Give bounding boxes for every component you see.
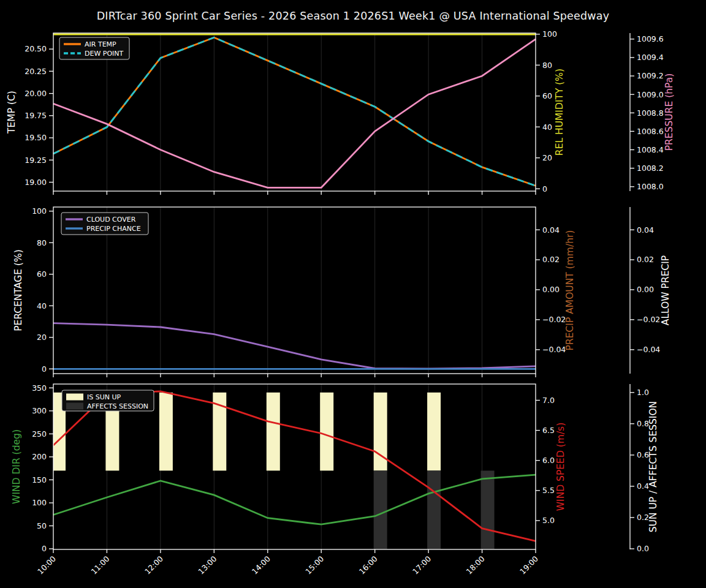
x-tick-label: 13:00 <box>196 554 218 576</box>
svg-text:150: 150 <box>32 475 47 484</box>
svg-text:1008.0: 1008.0 <box>637 182 664 191</box>
left-axis-label: WIND DIR (deg) <box>11 429 22 504</box>
x-tick-label: 17:00 <box>411 554 433 576</box>
right-axis1-label: WIND SPEED (m/s) <box>555 423 566 511</box>
left-axis-label: TEMP (C) <box>6 91 17 134</box>
svg-text:20: 20 <box>542 153 552 162</box>
x-tick-label: 19:00 <box>518 554 540 576</box>
svg-text:19.00: 19.00 <box>25 178 47 187</box>
svg-text:0.6: 0.6 <box>637 450 649 459</box>
x-tick-label: 11:00 <box>89 554 111 576</box>
svg-text:DEW POINT: DEW POINT <box>85 50 124 58</box>
svg-text:0.02: 0.02 <box>542 255 560 264</box>
svg-text:0.04: 0.04 <box>542 225 560 235</box>
svg-text:CLOUD COVER: CLOUD COVER <box>86 216 136 224</box>
weather-forecast-figure: DIRTcar 360 Sprint Car Series - 2026 Sea… <box>0 0 706 588</box>
svg-text:IS SUN UP: IS SUN UP <box>87 393 121 401</box>
pressure-line <box>53 39 536 187</box>
svg-text:1009.0: 1009.0 <box>637 90 664 99</box>
legend: AIR TEMPDEW POINT <box>59 37 129 59</box>
svg-text:0.2: 0.2 <box>637 513 649 522</box>
svg-text:0.8: 0.8 <box>637 419 649 428</box>
svg-text:80: 80 <box>37 238 47 247</box>
x-tick-label: 18:00 <box>465 554 487 576</box>
temperature-humidity-pressure-chart: 19.0019.2519.5019.7520.0020.2520.5002040… <box>6 29 675 195</box>
svg-text:PRECIP CHANCE: PRECIP CHANCE <box>86 225 141 233</box>
svg-text:0.02: 0.02 <box>637 255 654 264</box>
x-tick-label: 12:00 <box>143 554 165 576</box>
svg-text:20: 20 <box>37 333 47 342</box>
affects-session-bar <box>427 470 441 549</box>
svg-text:0: 0 <box>42 544 47 553</box>
svg-text:19.50: 19.50 <box>25 133 47 142</box>
svg-text:AIR TEMP: AIR TEMP <box>85 40 116 48</box>
svg-text:50: 50 <box>37 521 47 530</box>
x-tick-label: 14:00 <box>250 554 272 576</box>
x-tick-label: 16:00 <box>357 554 379 576</box>
svg-text:−0.04: −0.04 <box>637 345 660 354</box>
svg-text:0.00: 0.00 <box>542 285 560 294</box>
right-axis2-label: ALLOW PRECIP <box>660 255 671 325</box>
svg-text:60: 60 <box>542 91 552 100</box>
svg-text:250: 250 <box>32 429 47 439</box>
dew-point-line <box>53 37 536 186</box>
is-sun-up-bar <box>427 393 441 471</box>
svg-text:100: 100 <box>32 498 47 507</box>
svg-text:350: 350 <box>32 383 47 393</box>
right-axis2-label: SUN UP / AFFECTS SESSION <box>648 401 659 532</box>
svg-text:5.0: 5.0 <box>542 516 555 525</box>
right-axis1-label: REL HUMIDITY (%) <box>554 69 565 156</box>
svg-text:1008.4: 1008.4 <box>637 145 664 154</box>
svg-text:100: 100 <box>542 29 557 39</box>
is-sun-up-bar <box>320 393 333 471</box>
right-axis1-label: PRECIP AMOUNT (mm/hr) <box>564 230 575 351</box>
affects-session-bar <box>374 470 387 549</box>
wind-dir-line <box>53 475 536 524</box>
svg-text:0.0: 0.0 <box>637 544 649 553</box>
svg-text:0.00: 0.00 <box>637 285 654 294</box>
svg-text:−0.02: −0.02 <box>637 315 660 324</box>
svg-text:200: 200 <box>32 452 47 461</box>
svg-text:1008.6: 1008.6 <box>637 127 664 136</box>
svg-text:20.00: 20.00 <box>25 89 47 98</box>
svg-text:80: 80 <box>542 61 552 70</box>
svg-text:1009.4: 1009.4 <box>637 53 664 62</box>
svg-text:−0.04: −0.04 <box>542 345 566 354</box>
svg-text:1009.6: 1009.6 <box>637 34 664 43</box>
forecast-charts-canvas: 19.0019.2519.5019.7520.0020.2520.5002040… <box>0 0 706 588</box>
svg-text:0: 0 <box>542 184 547 194</box>
legend: IS SUN UPAFFECTS SESSION <box>62 390 154 411</box>
svg-text:19.75: 19.75 <box>25 111 47 120</box>
air-temp-line <box>53 37 536 186</box>
svg-text:20.25: 20.25 <box>25 67 47 76</box>
svg-text:1008.2: 1008.2 <box>637 164 664 173</box>
svg-text:1.0: 1.0 <box>637 388 649 397</box>
wind-sun-chart: 0501001502002503003505.05.56.06.57.00.00… <box>11 383 659 576</box>
svg-text:7.0: 7.0 <box>542 396 555 405</box>
is-sun-up-bar <box>267 393 280 471</box>
svg-text:300: 300 <box>32 406 47 415</box>
svg-text:0.4: 0.4 <box>637 481 649 491</box>
svg-text:1008.8: 1008.8 <box>637 108 664 118</box>
legend: CLOUD COVERPRECIP CHANCE <box>61 213 148 235</box>
cloud-precip-chart: 0204060801000.040.020.00−0.02−0.040.040.… <box>13 206 671 377</box>
svg-text:−0.02: −0.02 <box>542 315 566 324</box>
svg-text:40: 40 <box>37 301 47 311</box>
x-tick-label: 10:00 <box>36 554 58 576</box>
affects-session-bar <box>481 470 495 549</box>
svg-text:6.5: 6.5 <box>542 426 555 435</box>
right-axis2-label: PRESSURE (hPa) <box>664 74 675 151</box>
svg-text:1009.2: 1009.2 <box>637 71 664 80</box>
x-tick-label: 15:00 <box>303 554 325 576</box>
svg-text:40: 40 <box>542 123 552 132</box>
is-sun-up-bar <box>159 393 173 471</box>
left-axis-label: PERCENTAGE (%) <box>13 249 24 331</box>
svg-text:6.0: 6.0 <box>542 456 555 465</box>
cloud-cover-line <box>53 323 536 369</box>
svg-text:5.5: 5.5 <box>542 486 555 495</box>
svg-text:19.25: 19.25 <box>25 156 47 165</box>
svg-text:0.04: 0.04 <box>637 225 654 235</box>
svg-text:0: 0 <box>42 364 47 374</box>
svg-text:100: 100 <box>32 206 47 216</box>
svg-text:AFFECTS SESSION: AFFECTS SESSION <box>87 402 148 410</box>
